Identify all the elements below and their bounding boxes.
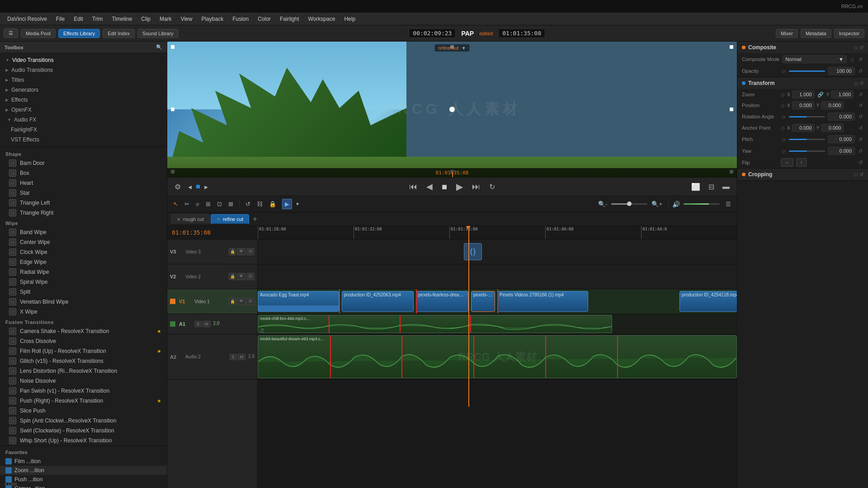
preview-handle-tr[interactable] bbox=[730, 45, 733, 49]
track-m-a2[interactable]: M bbox=[238, 354, 246, 360]
play-button[interactable]: ▶ bbox=[453, 179, 466, 194]
reset-icon-c[interactable]: ↺ bbox=[859, 172, 863, 178]
effect-push-right[interactable]: □ Push (Right) - ResolveX Transition ★ bbox=[0, 396, 167, 406]
cinema-mode-button[interactable]: ▬ bbox=[720, 181, 732, 192]
lock-button[interactable]: 🔒 bbox=[267, 199, 278, 209]
composite-reset-btn[interactable]: ↺ bbox=[858, 56, 863, 63]
effect-cross-dissolve[interactable]: □ Cross Dissolve bbox=[0, 336, 167, 346]
mixer-button[interactable]: Mixer bbox=[776, 29, 798, 38]
pitch-reset[interactable]: ↺ bbox=[858, 136, 863, 143]
effect-swirl[interactable]: □ Swirl (Clockwise) - ResolveX Transitio… bbox=[0, 426, 167, 436]
opacity-keyframe-btn[interactable]: ◇ bbox=[781, 67, 786, 75]
clip-pexels-ki[interactable]: pexels-ki... bbox=[471, 291, 495, 312]
effect-glitch[interactable]: □ Glitch (v15) - ResolveX Transitions bbox=[0, 356, 167, 366]
menu-playback[interactable]: Playback bbox=[198, 14, 227, 23]
menu-fusion[interactable]: Fusion bbox=[229, 14, 252, 23]
anchor-keyframe[interactable]: ◇ bbox=[780, 124, 785, 132]
composite-keyframe-btn[interactable]: ◇ bbox=[849, 56, 855, 63]
settings-button[interactable]: ⚙ bbox=[172, 181, 184, 193]
rot-keyframe[interactable]: ◇ bbox=[781, 113, 786, 121]
snip-tool[interactable]: ⌾ bbox=[193, 199, 202, 209]
keyframe-icon-c[interactable]: ◇ bbox=[854, 172, 858, 178]
pitch-keyframe[interactable]: ◇ bbox=[781, 136, 786, 143]
pip-button[interactable]: ⊟ bbox=[706, 181, 717, 193]
metadata-button[interactable]: Metadata bbox=[801, 29, 831, 38]
track-m-a1[interactable]: M bbox=[203, 321, 211, 327]
effect-pan-swish[interactable]: □ Pan Swish (v1) - ResolveX Transition bbox=[0, 386, 167, 396]
track-eye-v2[interactable]: 👁 bbox=[237, 273, 245, 280]
menu-file[interactable]: File bbox=[52, 14, 68, 23]
effect-radial-wipe[interactable]: □ Radial Wipe bbox=[0, 267, 167, 277]
loop-edit[interactable]: ↺ bbox=[243, 199, 253, 209]
track-eye-v1[interactable]: 👁 bbox=[237, 298, 245, 305]
skip-to-start-button[interactable]: ⏮ bbox=[406, 180, 420, 193]
clip-avocado[interactable]: Avocado Egg Toast.mp4 bbox=[258, 291, 339, 312]
effects-library-button[interactable]: Effects Library bbox=[58, 29, 100, 38]
effect-barn-door[interactable]: □ Barn Door bbox=[0, 158, 167, 168]
yaw-reset[interactable]: ↺ bbox=[858, 147, 863, 155]
favorite-push[interactable]: Push ...ition bbox=[0, 475, 167, 484]
reset-icon-t[interactable]: ↺ bbox=[859, 80, 863, 86]
effect-film-roll[interactable]: □ Film Roll (Up) - ResolveX Transition ★ bbox=[0, 346, 167, 356]
track-select-b[interactable]: ▼ bbox=[293, 199, 302, 209]
link-button[interactable]: ⛓ bbox=[255, 199, 265, 209]
effect-noise-dissolve[interactable]: □ Noise Dissolve bbox=[0, 376, 167, 386]
zoom-reset[interactable]: ↺ bbox=[858, 91, 863, 99]
opacity-reset-btn[interactable]: ↺ bbox=[858, 67, 863, 75]
media-pool-button[interactable]: Media Pool bbox=[21, 29, 56, 38]
zoom-in-btn[interactable]: 🔍+ bbox=[649, 199, 665, 209]
track-eye-v3[interactable]: 👁 bbox=[237, 248, 245, 255]
track-link-v2[interactable]: ⊡ bbox=[246, 273, 255, 280]
zoom-out-btn[interactable]: 🔍- bbox=[596, 199, 609, 209]
razor-tool[interactable]: ⊡ bbox=[215, 199, 224, 209]
nav-audio-transitions[interactable]: ▶ Audio Transitions bbox=[0, 65, 167, 75]
menu-davinci[interactable]: DaVinci Resolve bbox=[4, 14, 51, 23]
anchor-y-value[interactable]: 0.000 bbox=[821, 124, 844, 132]
clip-production1[interactable]: production ID_4252063.mp4 bbox=[342, 291, 414, 312]
tab-close-rough[interactable]: ✕ bbox=[177, 217, 180, 222]
tab-close-refine[interactable]: ✕ bbox=[217, 217, 220, 222]
effect-spiral-wipe[interactable]: □ Spiral Wipe bbox=[0, 277, 167, 287]
composite-section-header[interactable]: Composite ◇ ↺ bbox=[737, 42, 868, 53]
effect-slice-push[interactable]: □ Slice Push bbox=[0, 406, 167, 416]
tab-refine-cut[interactable]: ✕ refine cut bbox=[211, 214, 249, 224]
keyframe-icon-t[interactable]: ◇ bbox=[854, 80, 858, 86]
select-tool[interactable]: ↖ bbox=[171, 199, 180, 209]
transform-section-header[interactable]: Transform ◇ ↺ bbox=[737, 77, 868, 89]
menu-clip[interactable]: Clip bbox=[137, 14, 154, 23]
effect-band-wipe[interactable]: □ Band Wipe bbox=[0, 227, 167, 237]
cropping-section-header[interactable]: Cropping ◇ ↺ bbox=[737, 169, 868, 180]
nav-audio-fx[interactable]: ▼ Audio FX bbox=[0, 115, 167, 125]
add-tab-button[interactable]: + bbox=[250, 215, 259, 223]
nav-openfx[interactable]: ▶ OpenFX bbox=[0, 105, 167, 115]
blade-tool[interactable]: ✂ bbox=[182, 199, 192, 209]
stop-button[interactable]: ■ bbox=[439, 180, 450, 194]
edit-index-button[interactable]: Edit Index bbox=[103, 29, 135, 38]
preview-handle-tl[interactable] bbox=[171, 45, 175, 49]
tab-rough-cut[interactable]: ✕ rough cut bbox=[171, 214, 210, 224]
menu-view[interactable]: View bbox=[177, 14, 196, 23]
menu-help[interactable]: Help bbox=[340, 14, 359, 23]
nav-vst-effects[interactable]: VST Effects bbox=[0, 135, 167, 145]
nav-effects[interactable]: ▶ Effects bbox=[0, 95, 167, 105]
pos-reset[interactable]: ↺ bbox=[858, 102, 863, 109]
zoom-slider-thumb[interactable] bbox=[627, 202, 632, 206]
track-lock-v3[interactable]: 🔒 bbox=[229, 248, 236, 255]
menu-trim[interactable]: Trim bbox=[89, 14, 107, 23]
effect-x-wipe[interactable]: □ X Wipe bbox=[0, 307, 167, 317]
flip-v-btn[interactable]: ↕ bbox=[796, 158, 807, 167]
favorite-camera[interactable]: Camer...ition bbox=[0, 484, 167, 488]
search-icon[interactable]: 🔍 bbox=[156, 44, 162, 50]
track-link-v1[interactable]: ⊡ bbox=[246, 298, 255, 305]
zoom-keyframe[interactable]: ◇ bbox=[780, 91, 785, 99]
opacity-slider[interactable] bbox=[789, 70, 825, 72]
effect-star[interactable]: □ Star bbox=[0, 188, 167, 198]
effect-lens-distortion[interactable]: □ Lens Distortion (Ri...ResolveX Transit… bbox=[0, 366, 167, 376]
preview-handle-ml[interactable] bbox=[171, 108, 175, 111]
favorite-film[interactable]: Film ...ition bbox=[0, 457, 167, 466]
clip-production2[interactable]: production ID_4254118.mp4 ▼ bbox=[679, 291, 737, 312]
inspector-button[interactable]: Inspector bbox=[834, 29, 864, 38]
effect-triangle-right[interactable]: □ Triangle Right bbox=[0, 208, 167, 218]
yaw-keyframe[interactable]: ◇ bbox=[781, 147, 786, 155]
effect-triangle-left[interactable]: □ Triangle Left bbox=[0, 198, 167, 208]
